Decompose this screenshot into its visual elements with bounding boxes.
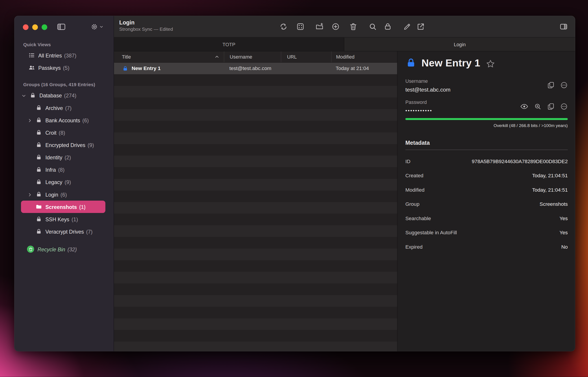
sidebar-item-bank-accounts[interactable]: Bank Accounts (6) [21,114,106,126]
chevron-slot [27,130,33,135]
sidebar-item-ssh-keys[interactable]: SSH Keys (1) [21,213,106,225]
metadata-row-searchable: Searchable Yes [405,216,568,221]
sidebar-item-label: Passkeys [38,65,61,71]
sidebar-item-count: (9) [88,142,94,148]
ellipsis-menu-icon[interactable] [560,82,568,89]
entry-header: New Entry 1 [405,57,568,69]
sidebar-item-screenshots[interactable]: Screenshots (1) [21,201,106,213]
chevron-slot [27,167,33,172]
chevron-down-icon [99,24,103,28]
chevron-slot[interactable] [21,93,26,98]
username-actions [547,82,568,89]
close-button[interactable] [23,24,28,30]
password-strength-caption: Overkill (48 / 266.8 bits / >100m years) [405,123,568,128]
username-value: test@test.abc.com [405,87,568,93]
lock-icon [36,142,42,148]
tab-login[interactable]: Login [344,37,575,51]
chevron-slot [27,142,33,147]
sidebar-item-label: SSH Keys [45,216,69,222]
sidebar-item-count: (8) [58,167,65,173]
chevron-slot [27,155,33,160]
sidebar: Quick Views All Entries (387) Passkeys (… [14,16,114,351]
sidebar-item-count: (8) [59,130,65,136]
metadata-label: Modified [405,187,424,193]
chevron-right-icon [27,118,32,123]
sidebar-item-label: Infra [45,167,56,173]
zoom-button[interactable] [42,24,47,30]
lock-icon [36,117,42,123]
metadata-row-modified: Modified Today, 21:04:51 [405,187,568,193]
favorite-star-icon[interactable] [485,59,495,69]
sidebar-item-passkeys[interactable]: Passkeys (5) [21,61,106,74]
column-header-username[interactable]: Username [224,51,281,62]
column-header-url[interactable]: URL [281,51,331,62]
password-strength-bar [405,118,568,120]
sidebar-item-all-entries[interactable]: All Entries (387) [21,49,106,61]
metadata-row-expired: Expired No [405,244,568,250]
show-large-icon[interactable] [534,103,541,110]
sidebar-toggle-icon [56,22,66,31]
metadata-label: Expired [405,244,422,250]
sidebar-item-count: (387) [64,52,77,58]
new-entry-button[interactable] [330,21,341,32]
people-icon [28,64,35,71]
sidebar-item-database[interactable]: Database (274) [21,89,106,102]
sidebar-item-infra[interactable]: Infra (8) [21,164,106,176]
metadata-value: 978A5B79B9244630A78289DE00D83DE2 [472,159,568,164]
entry-title: New Entry 1 [131,66,161,71]
password-field: Password ••••••••••• [405,99,568,113]
desktop-wallpaper: Quick Views All Entries (387) Passkeys (… [0,0,588,377]
plus-circle-icon [331,23,340,31]
column-header-title[interactable]: Title [114,51,224,62]
minimize-button[interactable] [32,24,38,30]
chevron-slot[interactable] [27,118,33,123]
sidebar-item-label: Login [45,191,58,198]
new-group-button[interactable] [314,21,325,32]
sidebar-item-label: Screenshots [45,204,77,210]
lock-icon [36,191,42,198]
sidebar-item-label: Bank Accounts [45,117,80,123]
toggle-sidebar-button[interactable] [55,21,67,32]
search-button[interactable] [367,21,378,32]
sidebar-item-croit[interactable]: Croit (8) [21,126,106,139]
chevron-slot [27,204,33,209]
sync-button[interactable] [278,21,289,32]
sidebar-item-archive[interactable]: Archive (7) [21,102,106,114]
lock-database-button[interactable] [382,21,393,32]
cell-modified: Today at 21:04 [331,66,397,71]
entry-detail-panel: New Entry 1 Username test@test.abc.com P… [398,51,575,352]
ellipsis-menu-icon[interactable] [560,103,568,110]
copy-icon[interactable] [547,103,554,110]
metadata-value: Yes [560,230,568,236]
chevron-slot [27,105,33,110]
metadata-label: ID [405,159,411,164]
lock-icon [36,228,42,235]
delete-button[interactable] [348,21,359,32]
tab-label: TOTP [223,42,235,47]
table-row-new-entry-1[interactable]: New Entry 1 test@test.abc.com Today at 2… [114,63,397,74]
lock-icon [36,129,42,136]
sidebar-item-encrypted-drives[interactable]: Encrypted Drives (9) [21,139,106,151]
sidebar-item-recycle-bin[interactable]: Recycle Bin (32) [21,243,106,255]
column-header-modified[interactable]: Modified [331,51,397,62]
sidebar-item-label: Encrypted Drives [45,142,85,148]
tab-totp[interactable]: TOTP [114,37,344,51]
reveal-eye-icon[interactable] [520,102,529,111]
sidebar-item-veracrypt-drives[interactable]: Veracrypt Drives (7) [21,225,106,238]
database-settings-button[interactable] [88,21,105,32]
sidebar-item-login[interactable]: Login (6) [21,188,106,201]
sidebar-item-identity[interactable]: Identity (2) [21,151,106,163]
password-generator-button[interactable] [295,21,306,32]
search-icon [368,23,377,31]
toggle-detail-panel-button[interactable] [558,21,569,32]
sidebar-item-legacy[interactable]: Legacy (9) [21,176,106,188]
copy-icon[interactable] [547,82,554,89]
metadata-value: Today, 21:04:51 [532,187,568,193]
edit-entry-button[interactable] [402,21,413,32]
metadata-value: No [561,244,568,250]
chevron-slot[interactable] [27,192,33,197]
sidebar-item-count: (32) [68,246,77,252]
metadata-label: Group [405,201,419,207]
open-external-button[interactable] [415,21,426,32]
sidebar-item-label: Croit [45,130,56,136]
